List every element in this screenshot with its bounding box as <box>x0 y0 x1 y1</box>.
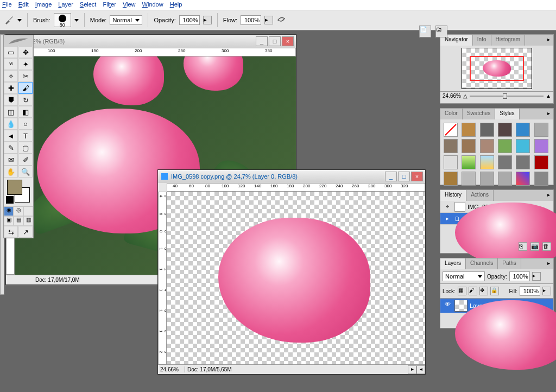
visibility-toggle-icon[interactable]: 👁 <box>443 301 452 311</box>
stamp-tool[interactable]: ⛊ <box>4 94 18 106</box>
style-swatch-16[interactable] <box>516 155 530 169</box>
eraser-tool[interactable]: ◫ <box>4 106 18 118</box>
flow-input[interactable] <box>241 15 261 25</box>
zoom-out-icon[interactable]: △ <box>463 93 467 99</box>
tab-histogram[interactable]: Histogram <box>491 35 526 46</box>
screen-standard-icon[interactable]: ▣ <box>4 216 14 226</box>
menu-image[interactable]: Image <box>35 1 52 9</box>
history-menu-icon[interactable]: ▸ <box>544 190 553 201</box>
lasso-tool[interactable]: ༄ <box>4 58 18 70</box>
ruler-horizontal[interactable]: 100 150 200 250 300 350 <box>15 48 296 56</box>
close-button[interactable]: × <box>282 36 294 46</box>
flow-flyout-icon[interactable]: ▸ <box>264 16 273 24</box>
style-swatch-13[interactable] <box>462 155 476 169</box>
path-select-tool[interactable]: ◄ <box>4 130 18 142</box>
history-brush-tool[interactable]: ↻ <box>18 94 33 106</box>
healing-tool[interactable]: ✚ <box>4 82 18 94</box>
hand-tool[interactable]: ✋ <box>4 166 18 178</box>
maximize-button[interactable]: □ <box>269 36 281 46</box>
tab-info[interactable]: Info <box>473 35 491 46</box>
tab-channels[interactable]: Channels <box>466 258 498 269</box>
move-tool[interactable]: ✥ <box>18 46 33 58</box>
style-swatch-18[interactable] <box>444 172 458 186</box>
layer-fill-flyout[interactable]: ▸ <box>542 287 551 295</box>
blend-mode-select[interactable]: Normal <box>110 15 142 25</box>
tab-styles[interactable]: Styles <box>495 109 519 119</box>
lock-all-icon[interactable]: 🔒 <box>490 287 499 295</box>
styles-menu-icon[interactable]: ▸ <box>544 109 553 119</box>
close-button-2[interactable]: × <box>411 172 423 181</box>
snapshot-source-icon[interactable]: ⌖ <box>443 203 452 210</box>
blur-tool[interactable]: 💧 <box>4 118 18 130</box>
jump-to-imageready-icon[interactable]: ⇆ <box>4 226 18 238</box>
style-swatch-4[interactable] <box>516 123 530 137</box>
eyedropper-tool[interactable]: ✐ <box>18 154 33 166</box>
screen-full-menubar-icon[interactable]: ▤ <box>14 216 23 226</box>
menu-file[interactable]: File <box>2 1 12 9</box>
airbrush-icon[interactable] <box>276 15 287 25</box>
menu-window[interactable]: Window <box>142 1 163 9</box>
style-swatch-15[interactable] <box>498 155 512 169</box>
ruler-v-2[interactable]: 406080 100120140 160180200 <box>158 192 167 364</box>
style-swatch-5[interactable] <box>534 123 548 137</box>
style-swatch-21[interactable] <box>498 172 512 186</box>
standard-mode-icon[interactable]: ◉ <box>4 206 14 216</box>
style-swatch-12[interactable] <box>444 155 458 169</box>
titlebar-doc1[interactable]: pg @ 20,2% (RGB/8) _ □ × <box>6 35 296 48</box>
zoom-readout-2[interactable]: 24,66% <box>158 366 185 372</box>
tab-actions[interactable]: Actions <box>466 190 494 201</box>
status-flyout-2[interactable]: ▸ <box>408 365 416 374</box>
style-swatch-17[interactable] <box>534 155 548 169</box>
style-swatch-22[interactable] <box>516 172 530 186</box>
tab-paths[interactable]: Paths <box>498 258 521 269</box>
maximize-button-2[interactable]: □ <box>398 172 410 181</box>
style-swatch-14[interactable] <box>480 155 494 169</box>
type-tool[interactable]: T <box>18 130 33 142</box>
zoom-in-icon[interactable]: ▲ <box>546 93 551 99</box>
style-swatch-1[interactable] <box>462 123 476 137</box>
new-snapshot-icon[interactable]: 📷 <box>530 242 539 251</box>
zoom-slider[interactable] <box>470 93 544 99</box>
gradient-tool[interactable]: ◧ <box>18 106 33 118</box>
brush-dropdown-icon[interactable] <box>74 19 79 22</box>
panel-menu-icon[interactable]: ▸ <box>544 35 553 46</box>
nav-zoom-value[interactable]: 24.66% <box>443 93 461 99</box>
tab-swatches[interactable]: Swatches <box>463 109 495 119</box>
style-swatch-11[interactable] <box>534 139 548 153</box>
titlebar-doc2[interactable]: IMG_0598 copy.png @ 24,7% (Layer 0, RGB/… <box>158 170 425 183</box>
default-colors-icon[interactable] <box>6 196 14 204</box>
menu-filter[interactable]: Filter <box>103 1 116 9</box>
pen-tool[interactable]: ✎ <box>4 142 18 154</box>
file-browser-icon[interactable]: 📄 <box>419 26 431 37</box>
dodge-tool[interactable]: ○ <box>18 118 33 130</box>
lock-position-icon[interactable]: ✥ <box>479 287 488 295</box>
navigator-preview[interactable] <box>462 48 532 89</box>
history-snapshot[interactable]: ⌖ IMG_0598 copy.png <box>440 201 553 213</box>
crop-tool[interactable]: ⟡ <box>4 70 18 82</box>
minimize-button[interactable]: _ <box>256 36 268 46</box>
navigator-view-box[interactable] <box>470 56 524 81</box>
menu-layer[interactable]: Layer <box>58 1 73 9</box>
new-doc-from-state-icon[interactable]: ⎘ <box>519 242 527 251</box>
lock-pixels-icon[interactable]: 🖌 <box>469 287 477 295</box>
menu-help[interactable]: Help <box>170 1 182 9</box>
style-swatch-6[interactable] <box>444 139 458 153</box>
edit-in-icon[interactable]: ↗ <box>18 226 33 238</box>
minimize-button-2[interactable]: _ <box>385 172 397 181</box>
layer-opacity-input[interactable] <box>509 271 530 281</box>
style-swatch-23[interactable] <box>534 172 548 186</box>
brush-picker[interactable]: 80 <box>54 13 71 27</box>
style-swatch-10[interactable] <box>516 139 530 153</box>
palette-toggle-icon[interactable]: 🗂 <box>435 26 447 37</box>
ruler-h-2[interactable]: 406080 100120140 160180200 220240260 280… <box>167 183 425 192</box>
layer-thumbnail[interactable] <box>454 300 467 312</box>
style-swatch-0[interactable] <box>444 123 458 137</box>
style-swatch-20[interactable] <box>480 172 494 186</box>
zoom-tool[interactable]: 🔍 <box>18 166 33 178</box>
notes-tool[interactable]: ✉ <box>4 154 18 166</box>
scroll-left-2[interactable]: ◂ <box>416 365 425 374</box>
style-swatch-2[interactable] <box>480 123 494 137</box>
foreground-color[interactable] <box>7 180 22 195</box>
canvas-doc2[interactable] <box>167 192 425 364</box>
tab-color[interactable]: Color <box>440 109 463 119</box>
